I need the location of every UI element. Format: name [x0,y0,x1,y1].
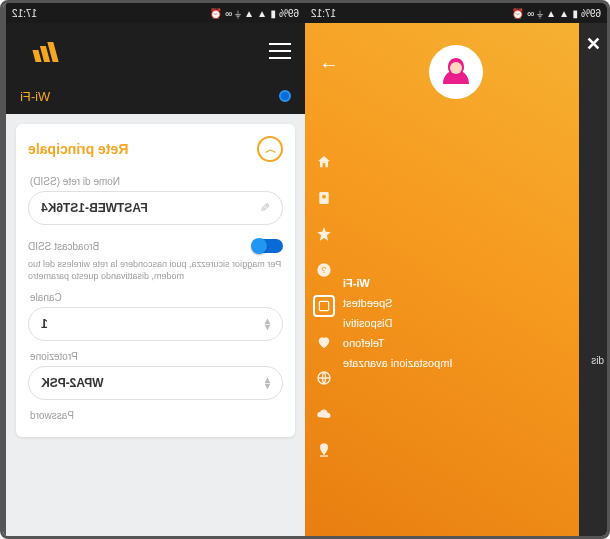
heart-icon[interactable] [313,331,335,353]
app-header [6,23,305,78]
battery-icon: ▮ [270,8,276,19]
drawer-background: ✕ dis → ? [305,23,607,536]
channel-value: 1 [41,317,48,331]
drawer-submenu: Wi-Fi Speedtest Dispositivi Telefono Imp… [343,277,452,369]
star-icon[interactable] [313,223,335,245]
battery-text: 69% [581,8,601,19]
screen-drawer-menu: 69% ▮ ▲ ▲ ⏚ ∞ ⏰ 17:12 ✕ dis → [305,3,607,536]
alarm-icon: ⏰ [210,8,222,19]
signal-icon: ▲ [244,8,254,19]
password-label: Password [30,410,281,421]
battery-icon: ▮ [572,8,578,19]
protection-label: Protezione [30,351,281,362]
hamburger-menu-icon[interactable] [269,43,291,59]
home-icon[interactable] [313,151,335,173]
svg-point-3 [322,195,326,199]
main-network-card: ︿ Rete principale Nome di rete (SSID) ✎ … [16,124,295,437]
status-dot-icon [279,90,291,102]
settings-content: ︿ Rete principale Nome di rete (SSID) ✎ … [6,114,305,536]
help-icon[interactable]: ? [313,259,335,281]
cloud-icon[interactable] [313,403,335,425]
underlay-text: dis [591,355,604,366]
protection-select[interactable]: ▴▾ WPA2-PSK [28,366,283,400]
forward-arrow-icon[interactable]: → [319,53,339,76]
menu-item-advanced[interactable]: Impostazioni avanzate [343,357,452,369]
broadcast-label: Broadcast SSID [28,241,99,252]
screen-wifi-settings: 69% ▮ ▲ ▲ ⏚ ∞ ⏰ 17:12 Wi-Fi ︿ Rete princ… [3,3,305,536]
status-bar: 69% ▮ ▲ ▲ ⏚ ∞ ⏰ 17:12 [305,3,607,23]
status-bar: 69% ▮ ▲ ▲ ⏚ ∞ ⏰ 17:12 [6,3,305,23]
menu-item-speedtest[interactable]: Speedtest [343,297,452,309]
select-chevrons-icon: ▴▾ [265,318,270,330]
link-icon: ∞ [527,8,534,19]
tab-bar: Wi-Fi [6,78,305,114]
card-header: ︿ Rete principale [28,136,283,162]
card-title: Rete principale [28,141,128,157]
link-icon: ∞ [225,8,232,19]
ssid-value: FASTWEB-1ST6K4 [41,201,148,215]
svg-rect-8 [320,455,328,456]
signal-icon: ▲ [559,8,569,19]
svg-rect-6 [319,301,328,310]
svg-text:?: ? [321,265,326,275]
channel-label: Canale [30,292,281,303]
close-icon[interactable]: ✕ [586,33,601,55]
ssid-label: Nome di rete (SSID) [30,176,281,187]
channel-select[interactable]: ▴▾ 1 [28,307,283,341]
menu-item-devices[interactable]: Dispositivi [343,317,452,329]
edit-icon: ✎ [260,201,270,215]
wifi-settings-icon[interactable] [313,295,335,317]
wifi-icon: ⏚ [235,8,241,19]
globe-icon[interactable] [313,367,335,389]
signal-icon: ▲ [546,8,556,19]
avatar[interactable] [429,45,483,99]
alarm-icon: ⏰ [512,8,524,19]
location-icon[interactable] [313,439,335,461]
underlay-sliver: ✕ dis [579,23,607,536]
protection-value: WPA2-PSK [41,376,103,390]
menu-item-wifi[interactable]: Wi-Fi [343,277,452,289]
menu-item-phone[interactable]: Telefono [343,337,452,349]
clock-text: 17:12 [12,8,37,19]
battery-text: 69% [279,8,299,19]
fastweb-logo-icon [20,40,70,62]
broadcast-toggle[interactable] [253,239,283,253]
avatar-person-icon [436,52,476,92]
side-icon-rail: ? [313,151,335,461]
chevron-up-icon[interactable]: ︿ [257,136,283,162]
select-chevrons-icon: ▴▾ [265,377,270,389]
clock-text: 17:12 [311,8,336,19]
user-icon[interactable] [313,187,335,209]
wifi-icon: ⏚ [537,8,543,19]
ssid-input[interactable]: ✎ FASTWEB-1ST6K4 [28,191,283,225]
svg-point-1 [450,62,462,74]
signal-icon: ▲ [257,8,267,19]
tab-wifi[interactable]: Wi-Fi [20,89,50,104]
broadcast-hint: Per maggior sicurezza, puoi nascondere l… [28,259,283,282]
